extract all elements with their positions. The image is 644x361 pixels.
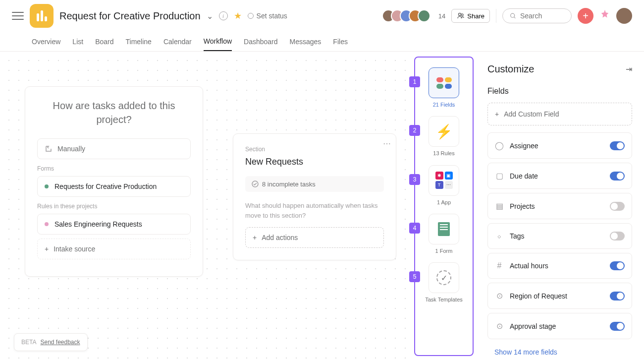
beta-feedback: BETA Send feedback [14,333,88,351]
more-icon[interactable]: ⋯ [383,139,391,148]
templates-card[interactable]: ✓ [429,262,459,293]
add-actions-button[interactable]: + Add actions [245,227,384,248]
hash-icon: # [495,261,504,270]
dropdown-icon: ⊙ [495,291,504,301]
rail-fields[interactable]: 1 21 Fields [415,67,473,108]
plus-icon: + [495,110,499,118]
project-icon[interactable] [30,4,54,28]
dot-icon [45,222,49,226]
section-name[interactable]: New Requests [245,157,384,167]
toggle[interactable] [610,322,625,331]
check-circle-icon [251,180,259,188]
plus-icon: + [253,234,257,241]
form-icon [438,222,450,236]
tab-timeline[interactable]: Timeline [126,33,152,51]
form-item[interactable]: Requests for Creative Production [37,176,191,197]
field-due-date[interactable]: ▢Due date [487,163,632,189]
tab-overview[interactable]: Overview [32,33,60,51]
chevron-down-icon[interactable]: ⌄ [207,11,213,21]
intake-title: How are tasks added to this project? [37,99,191,126]
premium-icon[interactable] [599,9,610,23]
customize-panel: Customize ⇥ Fields + Add Custom Field ◯A… [476,52,644,361]
add-custom-field-button[interactable]: + Add Custom Field [487,103,632,125]
member-count: 14 [438,12,445,20]
toggle[interactable] [610,172,625,180]
task-count-button[interactable]: 8 incomplete tasks [245,176,384,192]
field-region[interactable]: ⊙Region of Request [487,283,632,309]
project-title[interactable]: Request for Creative Production [59,10,201,22]
header-right: 14 Share + [382,8,632,24]
share-button[interactable]: Share [451,9,490,23]
toggle[interactable] [610,292,625,301]
dot-icon [45,184,49,188]
header: Request for Creative Production ⌄ i ★ Se… [0,0,644,32]
search-input-wrapper[interactable] [502,8,572,23]
svg-point-0 [459,13,461,16]
svg-point-1 [461,14,463,16]
member-avatars[interactable] [382,9,430,22]
beta-label: BETA [21,339,36,346]
section-panel: ⋯ Section New Requests 8 incomplete task… [233,133,396,260]
tab-calendar[interactable]: Calendar [163,33,192,51]
section-label: Section [245,146,384,153]
forms-label: Forms [37,165,191,172]
import-icon [45,145,53,153]
field-approval[interactable]: ⊙Approval stage [487,313,632,339]
tab-workflow[interactable]: Workflow [204,32,232,51]
tab-board[interactable]: Board [95,33,113,51]
rail-label: 1 App [437,199,451,206]
rules-label: Rules in these projects [37,203,191,210]
plus-icon: + [45,245,49,253]
add-intake-button[interactable]: + Intake source [37,239,191,259]
divider [496,9,496,23]
tab-messages[interactable]: Messages [290,33,322,51]
toggle[interactable] [610,141,625,150]
rule-item[interactable]: Sales Engineering Requests [37,214,191,235]
bolt-icon: ⚡ [435,123,453,140]
rail-templates[interactable]: 5 ✓ Task Templates [415,262,473,303]
apps-card[interactable]: ✱▣ T⋯ [429,165,459,196]
toggle[interactable] [610,202,625,211]
calendar-icon: ▢ [495,171,504,180]
user-icon: ◯ [495,141,504,150]
search-input[interactable] [520,12,564,20]
field-actual-hours[interactable]: #Actual hours [487,253,632,279]
menu-toggle[interactable] [12,10,24,22]
info-icon[interactable]: i [219,11,228,20]
dropdown-icon: ⊙ [495,321,504,331]
star-icon[interactable]: ★ [234,10,242,21]
rules-card[interactable]: ⚡ [429,116,459,147]
forms-card[interactable] [429,214,459,244]
tab-dashboard[interactable]: Dashboard [244,33,278,51]
tab-list[interactable]: List [72,33,83,51]
rail-apps[interactable]: 3 ✱▣ T⋯ 1 App [415,165,473,206]
tab-files[interactable]: Files [333,33,348,51]
fields-card[interactable] [429,67,459,98]
customize-rail: 1 21 Fields 2 ⚡ 13 Rules 3 ✱▣ T⋯ 1 App [414,57,474,356]
tag-icon: ⬦ [495,232,504,241]
projects-icon: ▤ [495,201,504,211]
rail-rules[interactable]: 2 ⚡ 13 Rules [415,116,473,157]
apps-icon: ✱▣ T⋯ [435,172,453,189]
collapse-icon[interactable]: ⇥ [626,64,632,74]
field-tags[interactable]: ⬦Tags [487,223,632,249]
toggle[interactable] [610,232,625,241]
workflow-canvas[interactable]: How are tasks added to this project? Man… [0,52,412,361]
field-projects[interactable]: ▤Projects [487,193,632,219]
rail-label: 13 Rules [433,150,454,157]
toggle[interactable] [610,261,625,270]
manually-option[interactable]: Manually [37,138,191,159]
svg-point-2 [511,13,515,17]
step-badge: 2 [409,125,420,136]
create-button[interactable]: + [578,8,593,24]
fields-section-title: Fields [487,87,632,96]
send-feedback-link[interactable]: Send feedback [40,339,80,346]
section-prompt: What should happen automatically when ta… [245,201,384,220]
rail-forms[interactable]: 4 1 Form [415,214,473,254]
step-badge: 1 [409,76,420,87]
set-status-button[interactable]: Set status [248,12,287,20]
field-assignee[interactable]: ◯Assignee [487,132,632,159]
user-avatar[interactable] [616,8,632,24]
show-more-fields-link[interactable]: Show 14 more fields [494,348,557,356]
template-icon: ✓ [436,270,451,285]
